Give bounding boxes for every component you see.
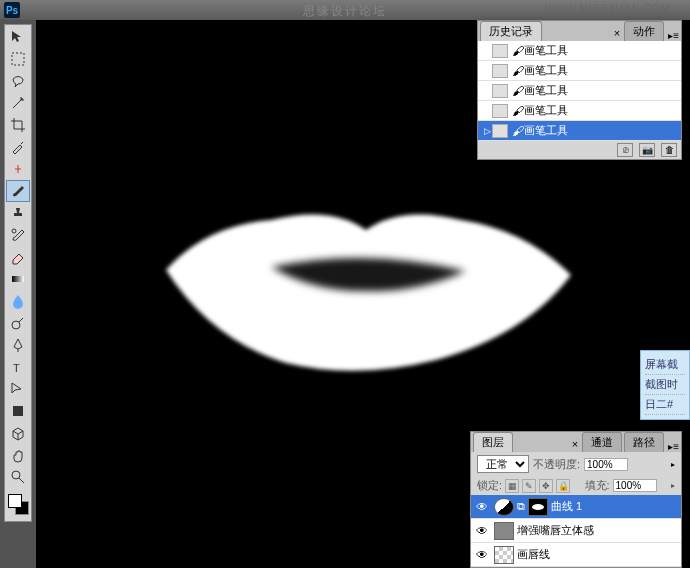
svg-point-1 bbox=[21, 98, 23, 100]
layer-row[interactable]: 👁 画唇线 bbox=[471, 543, 681, 567]
svg-rect-4 bbox=[12, 276, 24, 282]
history-label: 画笔工具 bbox=[524, 43, 568, 58]
gradient-tool[interactable] bbox=[6, 268, 30, 290]
wand-tool[interactable] bbox=[6, 92, 30, 114]
history-brush-tool[interactable] bbox=[6, 224, 30, 246]
dodge-tool[interactable] bbox=[6, 312, 30, 334]
history-item[interactable]: 🖌画笔工具 bbox=[478, 101, 681, 121]
visibility-icon[interactable]: 👁 bbox=[473, 548, 491, 562]
history-item[interactable]: 🖌画笔工具 bbox=[478, 81, 681, 101]
watermark-url: WWW.MISSYUAN.COM bbox=[545, 3, 670, 14]
history-item[interactable]: 🖌画笔工具 bbox=[478, 61, 681, 81]
layer-name: 画唇线 bbox=[517, 547, 550, 562]
tab-paths[interactable]: 路径 bbox=[624, 432, 664, 452]
tooltip-line: 截图时 bbox=[645, 375, 685, 395]
layer-name: 曲线 1 bbox=[551, 499, 582, 514]
blend-mode-select[interactable]: 正常 bbox=[477, 455, 529, 473]
svg-rect-7 bbox=[13, 406, 23, 416]
crop-tool[interactable] bbox=[6, 114, 30, 136]
path-tool[interactable] bbox=[6, 378, 30, 400]
visibility-icon[interactable]: 👁 bbox=[473, 500, 491, 514]
blur-tool[interactable] bbox=[6, 290, 30, 312]
layer-mask-icon bbox=[528, 498, 548, 516]
layer-name: 增强嘴唇立体感 bbox=[517, 523, 594, 538]
layer-row[interactable]: 👁 ⧉ 曲线 1 bbox=[471, 495, 681, 519]
toolbox: T bbox=[4, 24, 32, 522]
history-item[interactable]: 🖌画笔工具 bbox=[478, 41, 681, 61]
zoom-tool[interactable] bbox=[6, 466, 30, 488]
history-list: 🖌画笔工具 🖌画笔工具 🖌画笔工具 🖌画笔工具 ▷🖌画笔工具 bbox=[478, 41, 681, 141]
blend-row: 正常 不透明度: ▸ bbox=[471, 452, 681, 476]
chevron-icon[interactable]: ▸ bbox=[671, 460, 675, 469]
svg-point-8 bbox=[12, 471, 20, 479]
lips-artwork bbox=[156, 175, 576, 375]
tooltip-sidebar: 屏幕截 截图时 日二# bbox=[640, 350, 690, 420]
opacity-input[interactable] bbox=[584, 458, 628, 471]
history-footer: ⎚ 📷 🗑 bbox=[478, 141, 681, 159]
chevron-icon[interactable]: ▸ bbox=[671, 481, 675, 490]
eraser-tool[interactable] bbox=[6, 246, 30, 268]
new-snapshot-icon[interactable]: 📷 bbox=[639, 143, 655, 157]
healing-tool[interactable] bbox=[6, 158, 30, 180]
lock-all-icon[interactable]: 🔒 bbox=[556, 479, 570, 493]
history-label: 画笔工具 bbox=[524, 83, 568, 98]
stamp-tool[interactable] bbox=[6, 202, 30, 224]
foreground-color[interactable] bbox=[8, 494, 22, 508]
panel-menu-icon[interactable]: ▸≡ bbox=[668, 30, 679, 41]
fill-label: 填充: bbox=[585, 478, 610, 493]
tooltip-line: 屏幕截 bbox=[645, 355, 685, 375]
type-tool[interactable]: T bbox=[6, 356, 30, 378]
tab-actions[interactable]: 动作 bbox=[624, 21, 664, 41]
history-label: 画笔工具 bbox=[524, 63, 568, 78]
layers-list: 👁 ⧉ 曲线 1 👁 增强嘴唇立体感 👁 画唇线 bbox=[471, 495, 681, 567]
history-label: 画笔工具 bbox=[524, 123, 568, 138]
shape-tool[interactable] bbox=[6, 400, 30, 422]
layer-thumb-icon bbox=[494, 498, 514, 516]
link-icon: ⧉ bbox=[517, 500, 525, 513]
brush-tool[interactable] bbox=[6, 180, 30, 202]
lock-row: 锁定: ▦ ✎ ✥ 🔒 填充: ▸ bbox=[471, 476, 681, 495]
layer-row[interactable]: 👁 增强嘴唇立体感 bbox=[471, 519, 681, 543]
tab-layers[interactable]: 图层 bbox=[473, 432, 513, 452]
snapshot-icon[interactable]: ⎚ bbox=[617, 143, 633, 157]
svg-rect-0 bbox=[12, 53, 24, 65]
tab-close-icon[interactable]: × bbox=[568, 436, 582, 452]
app-icon: Ps bbox=[4, 2, 20, 18]
opacity-label: 不透明度: bbox=[533, 457, 580, 472]
history-label: 画笔工具 bbox=[524, 103, 568, 118]
lock-position-icon[interactable]: ✥ bbox=[539, 479, 553, 493]
watermark-text: 思缘设计论坛 bbox=[303, 3, 387, 20]
tooltip-line: 日二# bbox=[645, 395, 685, 415]
eyedropper-tool[interactable] bbox=[6, 136, 30, 158]
fill-input[interactable] bbox=[613, 479, 657, 492]
history-panel: 历史记录 × 动作 ▸≡ 🖌画笔工具 🖌画笔工具 🖌画笔工具 🖌画笔工具 ▷🖌画… bbox=[477, 20, 682, 160]
tab-close-icon[interactable]: × bbox=[610, 25, 624, 41]
svg-point-5 bbox=[12, 321, 20, 329]
hand-tool[interactable] bbox=[6, 444, 30, 466]
svg-point-3 bbox=[12, 229, 16, 233]
layers-panel: 图层 × 通道 路径 ▸≡ 正常 不透明度: ▸ 锁定: ▦ ✎ ✥ 🔒 填充:… bbox=[470, 431, 682, 568]
trash-icon[interactable]: 🗑 bbox=[661, 143, 677, 157]
lock-pixels-icon[interactable]: ✎ bbox=[522, 479, 536, 493]
3d-tool[interactable] bbox=[6, 422, 30, 444]
history-item[interactable]: ▷🖌画笔工具 bbox=[478, 121, 681, 141]
color-swatches[interactable] bbox=[6, 492, 30, 520]
lasso-tool[interactable] bbox=[6, 70, 30, 92]
lock-label: 锁定: bbox=[477, 478, 502, 493]
layer-thumb-icon bbox=[494, 522, 514, 540]
svg-text:T: T bbox=[13, 362, 20, 374]
move-tool[interactable] bbox=[6, 26, 30, 48]
pen-tool[interactable] bbox=[6, 334, 30, 356]
tab-history[interactable]: 历史记录 bbox=[480, 21, 542, 41]
marquee-tool[interactable] bbox=[6, 48, 30, 70]
lock-transparent-icon[interactable]: ▦ bbox=[505, 479, 519, 493]
layer-thumb-icon bbox=[494, 546, 514, 564]
panel-menu-icon[interactable]: ▸≡ bbox=[668, 441, 679, 452]
visibility-icon[interactable]: 👁 bbox=[473, 524, 491, 538]
history-tabs: 历史记录 × 动作 ▸≡ bbox=[478, 21, 681, 41]
layers-tabs: 图层 × 通道 路径 ▸≡ bbox=[471, 432, 681, 452]
tab-channels[interactable]: 通道 bbox=[582, 432, 622, 452]
